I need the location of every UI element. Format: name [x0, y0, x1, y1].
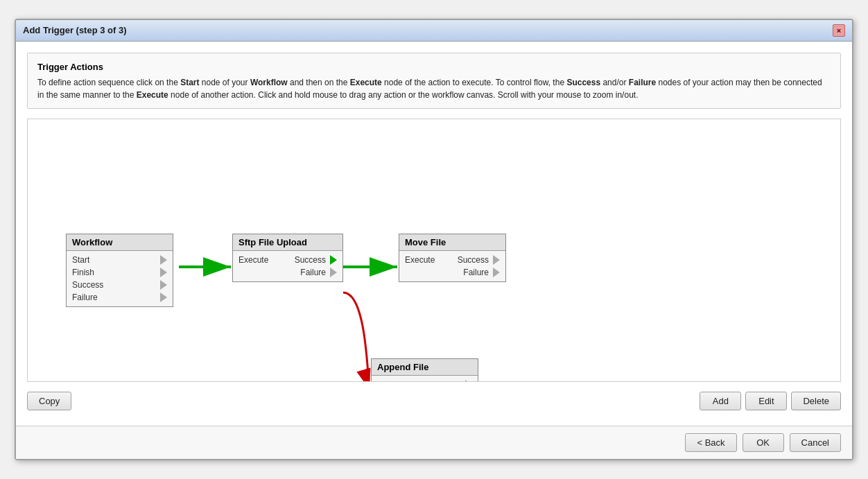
appendfile-success-connector [465, 380, 472, 382]
right-action-buttons: Add Edit Delete [700, 392, 841, 410]
edit-button[interactable]: Edit [745, 392, 787, 410]
appendfile-execute-label: Execute [377, 380, 407, 382]
movefile-node-title: Move File [399, 234, 505, 251]
sftp-node-title: Sftp File Upload [233, 234, 342, 251]
sftp-node-body: Execute Success Failure [233, 251, 342, 281]
instructions-title: Trigger Actions [37, 60, 831, 74]
add-trigger-dialog: Add Trigger (step 3 of 3) × Trigger Acti… [15, 19, 853, 461]
sftp-execute-label: Execute [238, 255, 268, 265]
appendfile-node-body: Execute Success Failure [372, 376, 478, 382]
workflow-failure-connector [160, 293, 167, 302]
movefile-execute-label: Execute [405, 255, 435, 265]
dialog-body: Trigger Actions To define action sequenc… [16, 42, 852, 426]
sftp-failure-row: Failure [238, 268, 337, 277]
workflow-start-connector [160, 255, 167, 265]
delete-button[interactable]: Delete [791, 392, 841, 410]
copy-button[interactable]: Copy [27, 392, 71, 410]
add-button[interactable]: Add [700, 392, 741, 410]
back-button[interactable]: < Back [685, 433, 736, 452]
appendfile-execute-success-row: Execute Success [377, 380, 472, 382]
movefile-failure-label: Failure [463, 268, 489, 277]
sftp-success-connector [330, 255, 337, 265]
appendfile-node-title: Append File [372, 359, 478, 376]
appendfile-node[interactable]: Append File Execute Success Failure [371, 358, 478, 382]
workflow-finish-connector [160, 268, 167, 277]
cancel-button[interactable]: Cancel [790, 433, 841, 452]
movefile-node[interactable]: Move File Execute Success Failure [399, 234, 506, 282]
movefile-node-body: Execute Success Failure [399, 251, 505, 281]
workflow-finish-label: Finish [72, 268, 94, 277]
movefile-failure-row: Failure [405, 268, 500, 277]
workflow-finish-row: Finish [72, 268, 167, 277]
workflow-canvas[interactable]: Workflow Start Finish Success [27, 119, 841, 382]
workflow-success-row: Success [72, 280, 167, 290]
left-action-buttons: Copy [27, 392, 71, 410]
movefile-failure-connector [493, 268, 500, 277]
sftp-success-label: Success [295, 255, 326, 265]
workflow-node-body: Start Finish Success Failure [67, 251, 173, 306]
instructions-text: To define action sequence click on the S… [37, 76, 831, 101]
movefile-success-connector [493, 255, 500, 265]
dialog-footer: < Back OK Cancel [16, 426, 852, 459]
workflow-failure-label: Failure [72, 293, 98, 302]
footer-nav-buttons: < Back OK Cancel [685, 433, 841, 452]
workflow-node[interactable]: Workflow Start Finish Success [66, 234, 173, 307]
appendfile-success-label: Success [430, 380, 461, 382]
sftp-failure-label: Failure [300, 268, 326, 277]
close-button[interactable]: × [833, 24, 845, 37]
sftp-node[interactable]: Sftp File Upload Execute Success Failure [232, 234, 343, 282]
dialog-titlebar: Add Trigger (step 3 of 3) × [16, 20, 852, 42]
sftp-failure-connector [330, 268, 337, 277]
workflow-node-title: Workflow [67, 234, 173, 251]
workflow-start-row: Start [72, 255, 167, 265]
movefile-execute-success-row: Execute Success [405, 255, 500, 265]
workflow-success-connector [160, 280, 167, 290]
sftp-execute-success-row: Execute Success [238, 255, 337, 265]
workflow-success-label: Success [72, 280, 103, 290]
workflow-start-label: Start [72, 255, 89, 265]
action-button-row: Copy Add Edit Delete [27, 392, 841, 410]
instructions-box: Trigger Actions To define action sequenc… [27, 53, 841, 110]
movefile-success-label: Success [458, 255, 489, 265]
workflow-failure-row: Failure [72, 293, 167, 302]
ok-button[interactable]: OK [743, 433, 784, 452]
dialog-title: Add Trigger (step 3 of 3) [23, 25, 127, 35]
